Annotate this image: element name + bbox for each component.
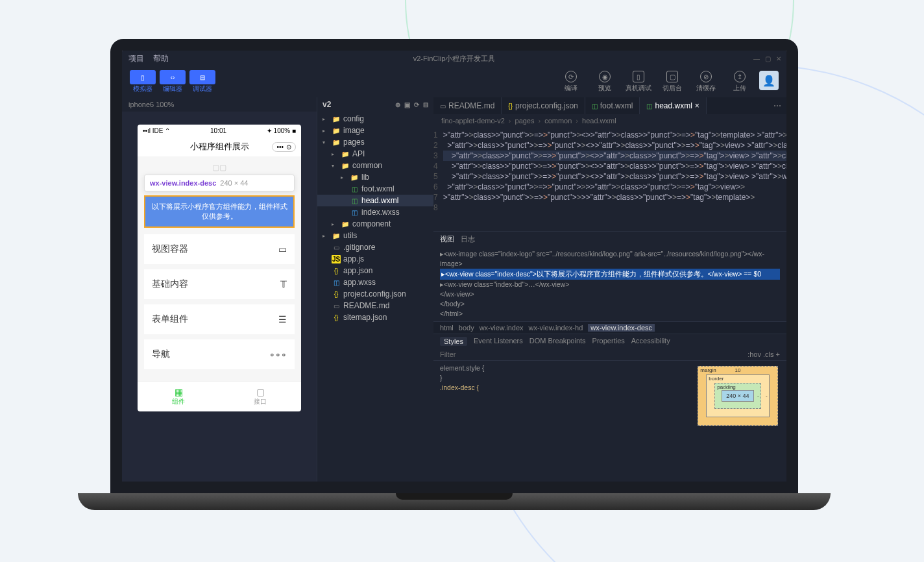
editor-label: 编辑器 — [160, 84, 186, 93]
list-item[interactable]: 表单组件☰ — [144, 304, 295, 334]
folder-item[interactable]: ▸📁component — [317, 218, 433, 230]
dom-path: htmlbodywx-view.indexwx-view.index-hdwx-… — [433, 321, 786, 334]
file-item[interactable]: {}project.config.json — [317, 288, 433, 300]
close-icon[interactable]: × — [695, 101, 699, 110]
device-info[interactable]: iphone6 100% — [122, 97, 317, 112]
debugger-toggle[interactable]: ⊟ — [189, 70, 215, 84]
laptop-frame: 项目 帮助 v2-FinClip小程序开发工具 — ▢ ✕ ▯ ‹› ⊟ — [110, 39, 798, 510]
file-item[interactable]: {}app.json — [317, 265, 433, 276]
project-root[interactable]: v2 — [322, 100, 331, 109]
file-item[interactable]: ◫app.wxss — [317, 276, 433, 288]
simulator-panel: iphone6 100% ••ıl IDE ⌃ 10:01 ✦ 100% ■ 小… — [122, 97, 317, 482]
folder-item[interactable]: ▸📁API — [317, 148, 433, 160]
editor-tab[interactable]: ◫head.wxml × — [640, 97, 706, 114]
preview-button[interactable]: ◉预览 — [590, 71, 619, 93]
tabs-overflow[interactable]: ⋯ — [768, 97, 786, 114]
clear-cache-button[interactable]: ⊘清缓存 — [692, 71, 720, 93]
file-explorer: v2 ⊕ ▣ ⟳ ⊟ ▸📁config▸📁image▾📁pages▸📁API▾📁… — [317, 97, 433, 482]
file-item[interactable]: ◫foot.wxml — [317, 183, 433, 195]
window-title: v2-FinClip小程序开发工具 — [413, 54, 496, 64]
phone-tabbar: ▦组件 ▢接口 — [138, 381, 301, 411]
ide-window: 项目 帮助 v2-FinClip小程序开发工具 — ▢ ✕ ▯ ‹› ⊟ — [122, 51, 786, 482]
remote-debug-button[interactable]: ▯真机调试 — [624, 71, 653, 93]
filter-options[interactable]: :hov .cls + — [748, 350, 780, 358]
maximize-icon[interactable]: ▢ — [765, 55, 771, 62]
upload-button[interactable]: ↥上传 — [725, 71, 754, 93]
inspector-tooltip: wx-view.index-desc 240 × 44 — [144, 175, 295, 191]
menubar: 项目 帮助 v2-FinClip小程序开发工具 — ▢ ✕ — [122, 51, 786, 66]
breadcrumb: fino-applet-demo-v2› pages› common› head… — [433, 114, 786, 127]
devtools-panel: 视图 日志 ▸<wx-image class="index-logo" src=… — [433, 231, 786, 482]
menu-project[interactable]: 项目 — [128, 53, 144, 64]
dom-path-segment[interactable]: body — [459, 324, 474, 332]
new-folder-icon[interactable]: ▣ — [404, 101, 410, 108]
file-item[interactable]: JSapp.js — [317, 253, 433, 265]
box-model: margin 10 border - padding - 240 × 4 — [689, 361, 786, 482]
file-item[interactable]: ◫index.wxss — [317, 206, 433, 218]
capsule-button[interactable]: •••⊙ — [272, 142, 296, 152]
folder-item[interactable]: ▸📁utils — [317, 230, 433, 241]
devtools-subtab[interactable]: Accessibility — [631, 337, 670, 346]
highlighted-element[interactable]: 以下将展示小程序官方组件能力，组件样式仅供参考。 — [144, 195, 295, 228]
background-button[interactable]: ▢切后台 — [658, 71, 687, 93]
folder-item[interactable]: ▾📁pages — [317, 136, 433, 148]
file-item[interactable]: ▭README.md — [317, 300, 433, 312]
phone-navbar: 小程序组件展示 •••⊙ — [138, 137, 301, 156]
phone-preview: ••ıl IDE ⌃ 10:01 ✦ 100% ■ 小程序组件展示 •••⊙ — [138, 125, 301, 411]
menu-help[interactable]: 帮助 — [153, 53, 169, 64]
compile-button[interactable]: ⟳编译 — [557, 71, 585, 93]
page-title: 小程序组件展示 — [190, 141, 249, 153]
folder-item[interactable]: ▾📁common — [317, 160, 433, 171]
editor-tab[interactable]: ▭README.md — [433, 97, 502, 114]
devtools-subtab[interactable]: Properties — [592, 337, 625, 346]
phone-statusbar: ••ıl IDE ⌃ 10:01 ✦ 100% ■ — [138, 125, 301, 137]
editor-area: ▭README.md{}project.config.json◫foot.wxm… — [433, 97, 786, 482]
toolbar: ▯ ‹› ⊟ 模拟器 编辑器 调试器 ⟳编译 ◉预览 ▯真机调试 ▢切后台 ⊘ — [122, 66, 786, 97]
devtools-subtab[interactable]: Event Listeners — [474, 337, 523, 346]
code-editor[interactable]: 12345678 >"attr">>class>>"punct">>=>>"pu… — [433, 127, 786, 231]
close-icon[interactable]: ✕ — [776, 55, 781, 62]
new-file-icon[interactable]: ⊕ — [395, 101, 400, 108]
tab-log[interactable]: 日志 — [461, 234, 475, 244]
list-icon: ☰ — [278, 314, 287, 324]
simulator-label: 模拟器 — [130, 84, 156, 93]
dom-path-segment[interactable]: wx-view.index — [480, 324, 524, 332]
minimize-icon[interactable]: — — [753, 55, 760, 62]
devtools-subtabs: StylesEvent ListenersDOM BreakpointsProp… — [433, 334, 786, 348]
dom-path-segment[interactable]: wx-view.index-desc — [588, 324, 655, 332]
list-item[interactable]: 基础内容𝕋 — [144, 269, 295, 299]
grid-icon: ▦ — [138, 387, 219, 397]
editor-tab[interactable]: {}project.config.json — [502, 97, 585, 114]
file-item[interactable]: ◫head.wxml — [317, 195, 433, 206]
folder-item[interactable]: ▸📁lib — [317, 171, 433, 183]
folder-item[interactable]: ▸📁image — [317, 125, 433, 136]
devtools-subtab[interactable]: DOM Breakpoints — [529, 337, 586, 346]
tab-components[interactable]: ▦组件 — [138, 382, 219, 411]
tab-view[interactable]: 视图 — [440, 234, 454, 244]
dom-path-segment[interactable]: wx-view.index-hd — [529, 324, 583, 332]
file-item[interactable]: {}sitemap.json — [317, 312, 433, 323]
list-item[interactable]: 导航∘∘∘ — [144, 339, 295, 369]
refresh-icon[interactable]: ⟳ — [414, 101, 419, 108]
editor-toggle[interactable]: ‹› — [160, 70, 186, 84]
folder-item[interactable]: ▸📁config — [317, 113, 433, 125]
debugger-label: 调试器 — [189, 84, 215, 93]
container-icon: ▭ — [278, 244, 287, 254]
list-item[interactable]: 视图容器▭ — [144, 234, 295, 264]
chip-icon: ▢ — [219, 387, 301, 397]
file-item[interactable]: ▭.gitignore — [317, 241, 433, 253]
tab-api[interactable]: ▢接口 — [219, 382, 301, 411]
collapse-icon[interactable]: ⊟ — [423, 101, 428, 108]
devtools-subtab[interactable]: Styles — [440, 337, 467, 346]
text-icon: 𝕋 — [280, 279, 287, 289]
dom-path-segment[interactable]: html — [440, 324, 454, 332]
styles-pane[interactable]: element.style {}.index-desc {</span></di… — [433, 361, 689, 482]
editor-tab[interactable]: ◫foot.wxml — [585, 97, 640, 114]
styles-filter-input[interactable] — [440, 350, 742, 358]
dom-inspector[interactable]: ▸<wx-image class="index-logo" src="../re… — [433, 247, 786, 321]
avatar[interactable]: 👤 — [759, 71, 779, 90]
window-controls: — ▢ ✕ — [753, 55, 781, 62]
more-icon: ∘∘∘ — [269, 349, 287, 360]
simulator-toggle[interactable]: ▯ — [130, 70, 156, 84]
editor-tabs: ▭README.md{}project.config.json◫foot.wxm… — [433, 97, 786, 114]
